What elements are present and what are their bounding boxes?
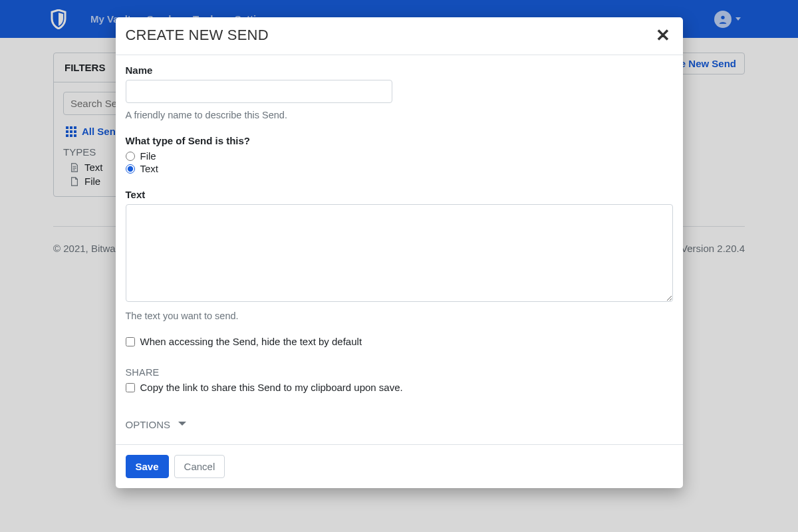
share-heading: SHARE	[126, 367, 673, 378]
text-help: The text you want to send.	[126, 311, 673, 321]
create-send-modal: CREATE NEW SEND ✕ Name A friendly name t…	[116, 17, 683, 488]
chevron-down-icon	[177, 418, 188, 431]
type-radio-text-input[interactable]	[126, 164, 135, 174]
options-label: OPTIONS	[126, 419, 171, 430]
close-icon[interactable]: ✕	[653, 27, 673, 44]
type-radio-file-input[interactable]	[126, 152, 135, 161]
modal-backdrop[interactable]: CREATE NEW SEND ✕ Name A friendly name t…	[0, 0, 798, 532]
hide-text-label: When accessing the Send, hide the text b…	[140, 336, 362, 347]
text-textarea[interactable]	[126, 204, 673, 302]
type-radio-text[interactable]: Text	[126, 163, 673, 174]
type-label: What type of Send is this?	[126, 135, 673, 146]
save-button[interactable]: Save	[126, 455, 169, 478]
hide-text-checkbox[interactable]	[126, 337, 135, 346]
copy-link-checkbox[interactable]	[126, 383, 135, 392]
copy-link-label: Copy the link to share this Send to my c…	[140, 382, 403, 393]
name-help: A friendly name to describe this Send.	[126, 110, 673, 120]
options-toggle[interactable]: OPTIONS	[126, 418, 673, 431]
cancel-button[interactable]: Cancel	[174, 455, 225, 478]
modal-title: CREATE NEW SEND	[126, 27, 269, 44]
copy-link-checkbox-row[interactable]: Copy the link to share this Send to my c…	[126, 382, 673, 393]
text-label: Text	[126, 189, 673, 200]
type-radio-file-label: File	[140, 150, 156, 162]
type-radio-text-label: Text	[140, 163, 159, 174]
type-radio-file[interactable]: File	[126, 150, 673, 162]
hide-text-checkbox-row[interactable]: When accessing the Send, hide the text b…	[126, 336, 673, 347]
name-label: Name	[126, 65, 673, 76]
name-input[interactable]	[126, 80, 392, 103]
